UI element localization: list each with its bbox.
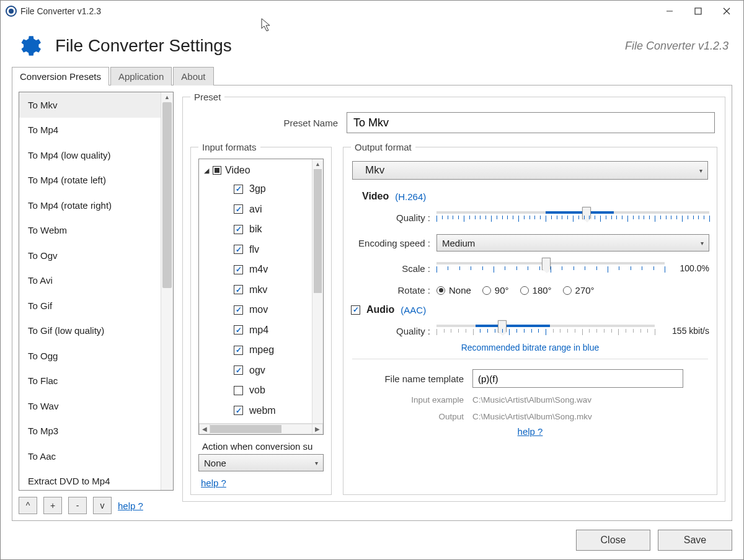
close-window-button[interactable] xyxy=(712,1,741,22)
encoding-speed-select[interactable]: Medium ▾ xyxy=(436,234,709,252)
video-quality-label: Quality : xyxy=(351,212,430,223)
video-heading: Video xyxy=(362,191,389,202)
content-panel: To MkvTo Mp4To Mp4 (low quality)To Mp4 (… xyxy=(12,85,732,521)
preset-name-input[interactable] xyxy=(347,112,715,133)
remove-preset-button[interactable]: - xyxy=(68,497,87,514)
tree-item[interactable]: vob xyxy=(199,380,323,401)
output-format-legend: Output format xyxy=(351,142,415,152)
preset-item[interactable]: To Gif xyxy=(19,293,161,318)
app-window: File Converter v1.2.3 File Converter Set… xyxy=(0,0,744,560)
format-checkbox[interactable] xyxy=(234,225,243,234)
preset-item[interactable]: To Mp4 (rotate left) xyxy=(19,168,161,193)
tree-item[interactable]: mp4 xyxy=(199,320,323,341)
preset-item[interactable]: Extract DVD to Mp4 xyxy=(19,469,161,491)
move-up-button[interactable]: ^ xyxy=(19,497,37,514)
format-checkbox[interactable] xyxy=(234,406,243,415)
output-example-value: C:\Music\Artist\Album\Song.mkv xyxy=(472,412,592,421)
preset-item[interactable]: To Mp4 xyxy=(19,118,161,143)
format-checkbox[interactable] xyxy=(234,265,243,274)
preset-fieldset: Preset Preset Name Input formats ◢ xyxy=(182,92,725,502)
rotate-270-radio[interactable]: 270° xyxy=(563,285,595,295)
encoding-speed-label: Encoding speed : xyxy=(351,238,430,248)
tree-item[interactable]: webm xyxy=(199,401,323,421)
preset-item[interactable]: To Flac xyxy=(19,369,161,394)
help-link-input[interactable]: help ? xyxy=(201,478,324,488)
format-checkbox[interactable] xyxy=(234,285,243,294)
add-preset-button[interactable]: + xyxy=(43,497,62,514)
format-label: m4v xyxy=(249,264,268,275)
preset-list-scrollbar[interactable]: ▲ xyxy=(161,92,173,490)
rotate-none-radio[interactable]: None xyxy=(436,285,471,295)
tree-group-label: Video xyxy=(225,165,250,176)
tree-item[interactable]: flv xyxy=(199,240,323,260)
rotate-180-radio[interactable]: 180° xyxy=(520,285,552,295)
tree-group-video[interactable]: ◢ Video xyxy=(199,162,323,179)
tab-about[interactable]: About xyxy=(173,67,213,85)
format-checkbox[interactable] xyxy=(234,245,243,254)
format-checkbox[interactable] xyxy=(234,365,243,375)
scale-value: 100.0% xyxy=(671,263,709,273)
preset-item[interactable]: To Mp4 (rotate right) xyxy=(19,193,161,218)
scale-slider[interactable] xyxy=(436,260,665,276)
audio-heading: Audio xyxy=(366,304,394,315)
video-quality-slider[interactable] xyxy=(436,209,709,225)
help-link-presets[interactable]: help ? xyxy=(118,501,143,511)
audio-quality-slider[interactable] xyxy=(436,323,655,339)
preset-item[interactable]: To Aac xyxy=(19,444,161,469)
maximize-button[interactable] xyxy=(684,1,712,22)
tree-vertical-scrollbar[interactable]: ▲ xyxy=(312,159,323,423)
minimize-button[interactable] xyxy=(655,1,684,22)
template-input[interactable] xyxy=(472,369,683,388)
audio-enable-checkbox[interactable] xyxy=(351,305,360,315)
scale-label: Scale : xyxy=(351,263,430,274)
audio-quality-label: Quality : xyxy=(351,326,430,336)
preset-item[interactable]: To Ogg xyxy=(19,343,161,369)
tree-item[interactable]: bik xyxy=(199,219,323,240)
output-format-fieldset: Output format Mkv ▾ Video (H.264) xyxy=(343,142,717,495)
preset-item[interactable]: To Ogv xyxy=(19,243,161,268)
format-checkbox[interactable] xyxy=(234,346,243,355)
action-select[interactable]: None ▾ xyxy=(198,454,324,471)
format-label: vob xyxy=(249,385,265,396)
tree-item[interactable]: avi xyxy=(199,199,323,220)
format-checkbox[interactable] xyxy=(234,386,243,395)
tree-horizontal-scrollbar[interactable]: ◀▶ xyxy=(199,423,323,434)
tab-application[interactable]: Application xyxy=(110,67,172,85)
format-checkbox[interactable] xyxy=(234,305,243,315)
close-button[interactable]: Close xyxy=(576,530,650,551)
format-checkbox[interactable] xyxy=(234,325,243,335)
minimize-icon xyxy=(666,7,673,15)
page-header: File Converter Settings File Converter v… xyxy=(1,22,743,66)
tree-item[interactable]: mkv xyxy=(199,280,323,300)
rotate-label: Rotate : xyxy=(351,285,430,295)
preset-item[interactable]: To Mkv xyxy=(19,92,161,118)
rotate-90-radio[interactable]: 90° xyxy=(482,285,509,295)
preset-legend: Preset xyxy=(190,92,224,102)
save-button[interactable]: Save xyxy=(658,530,732,551)
output-format-value: Mkv xyxy=(365,164,384,177)
format-label: mpeg xyxy=(249,344,274,356)
help-link-template[interactable]: help ? xyxy=(518,426,543,437)
preset-item[interactable]: To Avi xyxy=(19,268,161,294)
tree-item[interactable]: 3gp xyxy=(199,179,323,199)
format-checkbox[interactable] xyxy=(234,204,243,214)
format-checkbox[interactable] xyxy=(234,185,243,194)
maximize-icon xyxy=(694,7,702,15)
tristate-checkbox[interactable] xyxy=(213,166,221,175)
page-title: File Converter Settings xyxy=(55,36,232,56)
svg-rect-1 xyxy=(695,8,701,14)
preset-item[interactable]: To Gif (low quality) xyxy=(19,318,161,344)
output-format-select[interactable]: Mkv ▾ xyxy=(352,161,708,180)
tree-item[interactable]: mpeg xyxy=(199,340,323,361)
preset-item[interactable]: To Mp3 xyxy=(19,419,161,444)
preset-item[interactable]: To Wav xyxy=(19,393,161,419)
preset-item[interactable]: To Mp4 (low quality) xyxy=(19,142,161,168)
close-icon xyxy=(723,7,730,15)
tree-item[interactable]: mov xyxy=(199,300,323,320)
preset-item[interactable]: To Webm xyxy=(19,218,161,243)
tree-item[interactable]: m4v xyxy=(199,260,323,280)
move-down-button[interactable]: v xyxy=(93,497,112,514)
tab-conversion-presets[interactable]: Conversion Presets xyxy=(12,67,109,85)
format-label: mkv xyxy=(249,284,267,295)
tree-item[interactable]: ogv xyxy=(199,361,323,381)
